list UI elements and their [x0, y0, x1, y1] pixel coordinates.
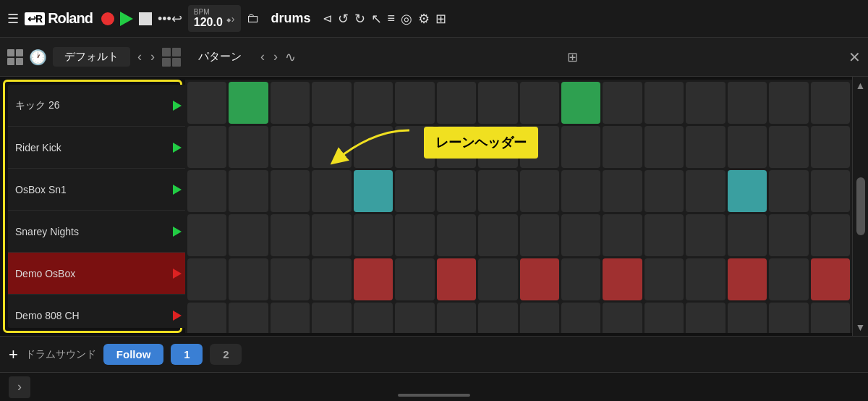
grid-cell[interactable]: [520, 258, 559, 300]
cursor-icon[interactable]: ↖: [371, 11, 382, 27]
grid-cell[interactable]: [187, 214, 226, 256]
grid-cell[interactable]: [520, 214, 559, 256]
pattern1-button[interactable]: 1: [171, 344, 203, 365]
undo-button[interactable]: ↺: [338, 11, 349, 27]
grid-cell[interactable]: [187, 303, 226, 333]
lane-play-button[interactable]: [173, 269, 182, 279]
lane-play-button[interactable]: [173, 311, 182, 321]
scroll-thumb[interactable]: [856, 177, 865, 235]
grid-cell[interactable]: [395, 303, 434, 333]
grid-cell[interactable]: [686, 170, 725, 212]
grid-cell[interactable]: [354, 258, 393, 300]
eye-icon[interactable]: ◎: [401, 11, 412, 27]
add-drum-sound-button[interactable]: +: [9, 345, 18, 364]
grid-cell[interactable]: [561, 82, 600, 124]
lane-row[interactable]: Demo 808 CH: [8, 295, 189, 328]
grid-cell[interactable]: [229, 82, 268, 124]
grid-cell[interactable]: [354, 303, 393, 333]
lane-play-button[interactable]: [173, 185, 182, 195]
grid-cell[interactable]: [603, 82, 642, 124]
loop-button[interactable]: •••↩: [158, 11, 182, 27]
wave-icon[interactable]: ∿: [285, 49, 296, 65]
lane-row[interactable]: キック 26: [8, 85, 189, 127]
menu-icon[interactable]: ☰: [7, 11, 19, 27]
pattern-next-arrow[interactable]: ›: [272, 49, 279, 64]
stop-button[interactable]: [139, 12, 152, 25]
grid-cell[interactable]: [271, 214, 310, 256]
clock-icon[interactable]: 🕐: [29, 48, 47, 66]
preset-next-arrow[interactable]: ›: [149, 49, 156, 64]
grid-cell[interactable]: [354, 126, 393, 168]
grid-cell[interactable]: [437, 303, 476, 333]
follow-button[interactable]: Follow: [103, 344, 164, 365]
grid-cell[interactable]: [354, 214, 393, 256]
grid-cell[interactable]: [312, 82, 351, 124]
grid-cell[interactable]: [769, 214, 808, 256]
grid-cell[interactable]: [603, 303, 642, 333]
grid-cell[interactable]: [271, 126, 310, 168]
grid-cell[interactable]: [187, 82, 226, 124]
lane-play-button[interactable]: [173, 227, 182, 237]
grid-cell[interactable]: [686, 258, 725, 300]
close-button[interactable]: ✕: [848, 48, 861, 66]
grid-cell[interactable]: [354, 170, 393, 212]
mixer-icon[interactable]: ⚙: [418, 11, 430, 27]
grid-cell[interactable]: [769, 126, 808, 168]
grid-cell[interactable]: [187, 126, 226, 168]
scroll-down-arrow[interactable]: ▼: [856, 321, 866, 333]
grid-cell[interactable]: [811, 303, 850, 333]
grid-cell[interactable]: [312, 258, 351, 300]
preset-prev-arrow[interactable]: ‹: [136, 49, 143, 64]
grid-cell[interactable]: [354, 82, 393, 124]
grid-cell[interactable]: [271, 82, 310, 124]
lane-play-button[interactable]: [173, 143, 182, 153]
grid-cell[interactable]: [478, 303, 517, 333]
grid-cell[interactable]: [395, 214, 434, 256]
grid-cell[interactable]: [520, 126, 559, 168]
grid-cell[interactable]: [271, 170, 310, 212]
grid-cell[interactable]: [478, 214, 517, 256]
grid-cell[interactable]: [728, 82, 767, 124]
grid-cell[interactable]: [644, 82, 684, 124]
lane-row[interactable]: Demo OsBox: [8, 253, 189, 295]
grid-cell[interactable]: [229, 214, 268, 256]
grid-cell[interactable]: [603, 170, 642, 212]
grid-cell[interactable]: [728, 126, 767, 168]
grid-cell[interactable]: [478, 82, 517, 124]
grid-cell[interactable]: [478, 258, 517, 300]
grid-cell[interactable]: [187, 170, 226, 212]
view-grid-icon[interactable]: [7, 49, 23, 65]
grid-cell[interactable]: [395, 258, 434, 300]
grid-cell[interactable]: [395, 82, 434, 124]
list-icon[interactable]: ≡: [388, 11, 396, 26]
grid-cell[interactable]: [769, 82, 808, 124]
grid-cell[interactable]: [271, 303, 310, 333]
eq-icon[interactable]: ⊞: [567, 49, 578, 65]
lane-row[interactable]: Rider Kick: [8, 127, 189, 169]
grid-cell[interactable]: [769, 170, 808, 212]
grid-cell[interactable]: [728, 170, 767, 212]
grid-cell[interactable]: [437, 170, 476, 212]
share-button[interactable]: ⊲: [323, 12, 332, 25]
grid-cell[interactable]: [229, 303, 268, 333]
grid-cell[interactable]: [437, 214, 476, 256]
grid-cell[interactable]: [395, 126, 434, 168]
preset-name[interactable]: デフォルト: [53, 47, 130, 67]
grid-cell[interactable]: [187, 258, 226, 300]
grid-cell[interactable]: [644, 303, 684, 333]
grid-cell[interactable]: [229, 126, 268, 168]
grid-cell[interactable]: [312, 126, 351, 168]
grid-cell[interactable]: [811, 214, 850, 256]
grid-cell[interactable]: [644, 258, 684, 300]
grid-cell[interactable]: [561, 303, 600, 333]
lane-play-button[interactable]: [173, 101, 182, 111]
grid-cell[interactable]: [312, 214, 351, 256]
grid-cell[interactable]: [437, 126, 476, 168]
pattern-grid-icon[interactable]: [162, 48, 181, 67]
grid-cell[interactable]: [811, 126, 850, 168]
pattern2-button[interactable]: 2: [210, 344, 242, 365]
grid-cell[interactable]: [561, 214, 600, 256]
grid-cell[interactable]: [437, 258, 476, 300]
grid-cell[interactable]: [811, 82, 850, 124]
grid-cell[interactable]: [312, 170, 351, 212]
